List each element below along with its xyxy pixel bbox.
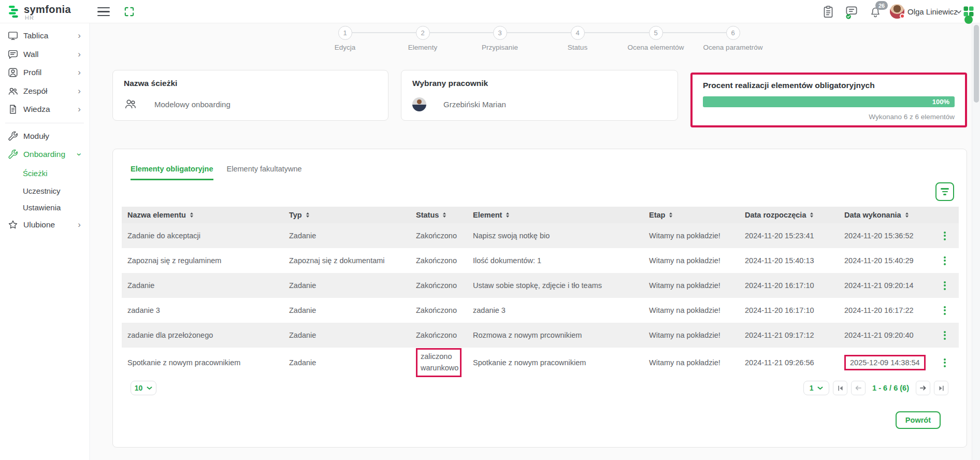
cell-stage: Witamy na pokładzie! (643, 281, 739, 290)
fullscreen-icon[interactable] (123, 6, 135, 18)
sidebar-subitem-sciezki[interactable]: Ścieżki (23, 169, 48, 178)
cell-name: zadanie 3 (122, 306, 283, 314)
step-label: Ocena parametrów (691, 44, 774, 51)
cell-element: Ilość dokumentów: 1 (467, 256, 643, 265)
clipboard-icon[interactable] (822, 5, 835, 19)
kebab-menu-icon[interactable] (942, 279, 948, 292)
cell-done-date: 2024-11-21 09:20:40 (839, 331, 931, 339)
table-row[interactable]: zadanie 3 Zadanie Zakończono zadanie 3 W… (122, 298, 959, 323)
back-button[interactable]: Powrót (896, 411, 941, 429)
cell-status: Zakończono (410, 281, 467, 290)
progress-card: Procent realizacji elementów obligatoryj… (693, 75, 965, 121)
cell-element: Napisz swoją notkę bio (467, 232, 643, 240)
sidebar-subitem-ustawienia[interactable]: Ustawienia (23, 203, 61, 212)
sort-icon[interactable] (190, 212, 193, 218)
table-row[interactable]: Zadanie Zadanie Zakończono Ustaw sobie s… (122, 273, 959, 298)
sidebar-item-wall[interactable]: Wall › (0, 46, 90, 63)
scrollbar (972, 23, 980, 460)
cell-done-date: 2024-11-20 15:40:29 (839, 256, 931, 265)
sidebar-item-label: Tablica (23, 31, 48, 40)
sidebar-item-label: Profil (23, 68, 41, 77)
sidebar-item-moduly[interactable]: Moduły (0, 128, 90, 145)
column-header: Nazwa elementu (127, 211, 186, 219)
chevron-down-icon: › (74, 153, 84, 156)
help-indicator-dot[interactable] (964, 16, 973, 24)
kebab-menu-icon[interactable] (942, 329, 948, 342)
cell-status: Zakończono (410, 256, 467, 265)
kebab-menu-icon[interactable] (942, 229, 948, 242)
table-row[interactable]: Spotkanie z nowym pracownikiem Zadanie z… (122, 348, 959, 378)
cell-stage: Witamy na pokładzie! (643, 256, 739, 265)
step-label: Status (536, 44, 619, 51)
tab-elementy-fakultatywne[interactable]: Elementy fakultatywne (227, 165, 302, 180)
people-icon (124, 97, 137, 111)
elements-panel: Elementy obligatoryjne Elementy fakultat… (112, 149, 967, 448)
stepper-step-4[interactable]: 4 Status (536, 26, 619, 51)
page-size-select[interactable]: 10 (131, 381, 156, 395)
scrollbar-thumb[interactable] (974, 25, 979, 103)
topbar: symfonia HR 26 Olga Liniewicz (0, 0, 980, 23)
monitor-icon (7, 30, 19, 41)
table-row[interactable]: Zadanie do akceptacji Zadanie Zakończono… (122, 223, 959, 248)
sidebar-item-zespol[interactable]: Zespół › (0, 83, 90, 99)
symfonia-logo-icon[interactable] (7, 5, 21, 19)
stepper-step-6[interactable]: 6 Ocena parametrów (691, 26, 774, 51)
sidebar-item-label: Onboarding (23, 150, 65, 159)
sort-icon[interactable] (443, 212, 446, 218)
kebab-menu-icon[interactable] (942, 356, 948, 369)
sidebar-item-onboarding[interactable]: Onboarding › (0, 146, 90, 163)
sidebar-item-wiedza[interactable]: Wiedza › (0, 101, 90, 118)
column-header: Status (416, 211, 439, 219)
employee-name-value: Grzebiński Marian (443, 100, 506, 109)
tab-elementy-obligatoryjne[interactable]: Elementy obligatoryjne (131, 165, 213, 180)
sort-icon[interactable] (669, 212, 672, 218)
prev-page-button[interactable] (851, 381, 866, 395)
column-header: Data wykonania (844, 211, 901, 219)
page-select[interactable]: 1 (803, 381, 829, 395)
hamburger-icon[interactable] (97, 7, 110, 16)
cell-start-date: 2024-11-20 15:23:41 (739, 232, 839, 240)
chevron-down-icon (147, 386, 152, 390)
arrow-right-icon (919, 385, 927, 391)
filter-button[interactable] (935, 182, 954, 201)
chat-check-icon[interactable] (844, 5, 859, 20)
next-page-button[interactable] (916, 381, 930, 395)
cell-type: Zadanie (283, 331, 410, 339)
card-title: Wybrany pracownik (412, 79, 667, 88)
kebab-menu-icon[interactable] (942, 304, 948, 317)
cell-type: Zadanie (283, 358, 410, 367)
cell-type: Zadanie (283, 306, 410, 314)
sidebar-item-ulubione[interactable]: Ulubione › (0, 217, 90, 233)
sort-icon[interactable] (306, 212, 309, 218)
step-number: 1 (338, 26, 352, 40)
sidebar-item-label: Ulubione (23, 220, 55, 229)
stepper-step-3[interactable]: 3 Przypisanie (458, 26, 541, 51)
kebab-menu-icon[interactable] (942, 254, 948, 267)
sort-icon[interactable] (905, 212, 909, 218)
cell-start-date: 2024-11-21 09:17:12 (739, 331, 839, 339)
table-row[interactable]: Zapoznaj się z regulaminem Zapoznaj się … (122, 248, 959, 273)
user-menu[interactable]: Olga Liniewicz (907, 7, 958, 16)
chevron-right-icon: › (78, 104, 81, 114)
sidebar-item-profil[interactable]: Profil › (0, 64, 90, 81)
table-row[interactable]: zadanie dla przełożonego Zadanie Zakończ… (122, 323, 959, 348)
cell-stage: Witamy na pokładzie! (643, 306, 739, 314)
stepper-step-2[interactable]: 2 Elementy (381, 26, 464, 51)
sidebar: Tablica › Wall › Profil › Zespół › Wiedz… (0, 23, 90, 460)
first-page-button[interactable] (833, 381, 847, 395)
sort-icon[interactable] (810, 212, 813, 218)
sidebar-divider (5, 123, 84, 123)
cell-done-date: 2024-11-20 16:17:22 (839, 306, 931, 314)
sidebar-item-tablica[interactable]: Tablica › (0, 27, 90, 44)
last-page-button[interactable] (934, 381, 948, 395)
cell-type: Zadanie (283, 232, 410, 240)
stepper-step-5[interactable]: 5 Ocena elementów (614, 26, 697, 51)
step-number: 3 (493, 26, 507, 40)
chevron-down-icon[interactable] (956, 10, 962, 14)
sort-icon[interactable] (506, 212, 509, 218)
sidebar-subitem-uczestnicy[interactable]: Uczestnicy (23, 186, 61, 195)
step-number: 6 (726, 26, 740, 40)
column-header: Typ (289, 211, 302, 219)
page-value: 1 (810, 384, 814, 392)
stepper-step-1[interactable]: 1 Edycja (304, 26, 386, 51)
